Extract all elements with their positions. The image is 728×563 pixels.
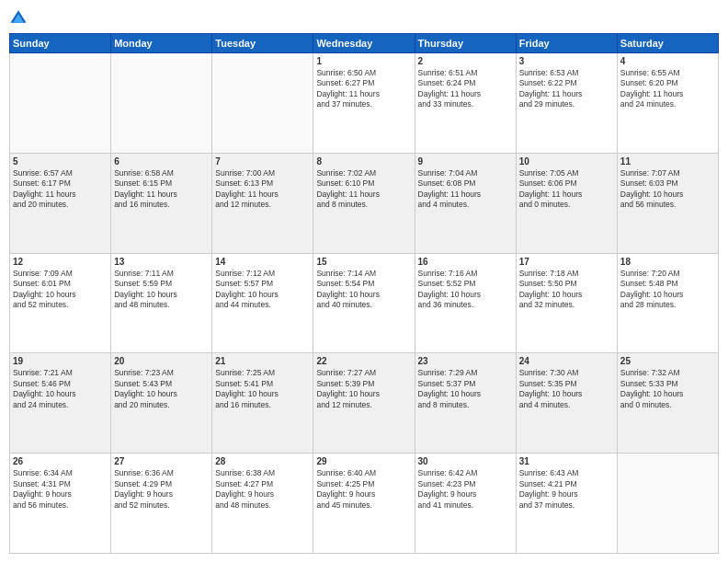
day-number: 17 <box>519 257 614 267</box>
day-cell: 24Sunrise: 7:30 AM Sunset: 5:35 PM Dayli… <box>516 353 617 454</box>
day-cell <box>111 53 212 154</box>
day-cell: 29Sunrise: 6:40 AM Sunset: 4:25 PM Dayli… <box>313 454 415 554</box>
day-cell: 17Sunrise: 7:18 AM Sunset: 5:50 PM Dayli… <box>516 253 617 353</box>
day-number: 4 <box>620 56 715 66</box>
day-cell: 22Sunrise: 7:27 AM Sunset: 5:39 PM Dayli… <box>313 353 415 454</box>
day-cell: 4Sunrise: 6:55 AM Sunset: 6:20 PM Daylig… <box>617 53 718 154</box>
day-cell: 7Sunrise: 7:00 AM Sunset: 6:13 PM Daylig… <box>212 153 313 253</box>
day-info: Sunrise: 6:57 AM Sunset: 6:17 PM Dayligh… <box>13 168 108 211</box>
day-cell: 8Sunrise: 7:02 AM Sunset: 6:10 PM Daylig… <box>313 153 415 253</box>
day-cell: 27Sunrise: 6:36 AM Sunset: 4:29 PM Dayli… <box>111 454 212 554</box>
day-cell: 19Sunrise: 7:21 AM Sunset: 5:46 PM Dayli… <box>10 353 111 454</box>
day-cell: 6Sunrise: 6:58 AM Sunset: 6:15 PM Daylig… <box>111 153 212 253</box>
day-info: Sunrise: 7:18 AM Sunset: 5:50 PM Dayligh… <box>519 269 614 311</box>
day-info: Sunrise: 6:42 AM Sunset: 4:23 PM Dayligh… <box>418 468 513 511</box>
day-cell: 18Sunrise: 7:20 AM Sunset: 5:48 PM Dayli… <box>617 253 718 353</box>
week-row-4: 19Sunrise: 7:21 AM Sunset: 5:46 PM Dayli… <box>10 353 719 454</box>
day-cell: 25Sunrise: 7:32 AM Sunset: 5:33 PM Dayli… <box>617 353 718 454</box>
day-cell: 12Sunrise: 7:09 AM Sunset: 6:01 PM Dayli… <box>10 253 111 353</box>
header <box>9 9 719 28</box>
calendar-table: SundayMondayTuesdayWednesdayThursdayFrid… <box>9 33 719 554</box>
day-header-tuesday: Tuesday <box>212 34 313 53</box>
day-number: 22 <box>316 356 411 366</box>
day-info: Sunrise: 7:32 AM Sunset: 5:33 PM Dayligh… <box>620 368 715 410</box>
day-cell: 20Sunrise: 7:23 AM Sunset: 5:43 PM Dayli… <box>111 353 212 454</box>
day-header-saturday: Saturday <box>617 34 718 53</box>
day-number: 25 <box>620 356 715 366</box>
day-number: 27 <box>114 456 209 466</box>
day-cell: 23Sunrise: 7:29 AM Sunset: 5:37 PM Dayli… <box>415 353 516 454</box>
day-cell: 26Sunrise: 6:34 AM Sunset: 4:31 PM Dayli… <box>10 454 111 554</box>
day-info: Sunrise: 7:12 AM Sunset: 5:57 PM Dayligh… <box>215 269 310 311</box>
day-cell: 15Sunrise: 7:14 AM Sunset: 5:54 PM Dayli… <box>313 253 415 353</box>
day-info: Sunrise: 7:16 AM Sunset: 5:52 PM Dayligh… <box>418 269 513 311</box>
day-cell: 31Sunrise: 6:43 AM Sunset: 4:21 PM Dayli… <box>516 454 617 554</box>
day-number: 28 <box>215 456 310 466</box>
day-info: Sunrise: 6:53 AM Sunset: 6:22 PM Dayligh… <box>519 68 614 110</box>
day-cell <box>617 454 718 554</box>
week-row-1: 1Sunrise: 6:50 AM Sunset: 6:27 PM Daylig… <box>10 53 719 154</box>
day-number: 10 <box>519 156 614 167</box>
day-header-sunday: Sunday <box>10 34 111 53</box>
day-number: 14 <box>215 257 310 267</box>
day-number: 5 <box>13 156 108 167</box>
week-row-2: 5Sunrise: 6:57 AM Sunset: 6:17 PM Daylig… <box>10 153 719 253</box>
day-number: 24 <box>519 356 614 366</box>
day-number: 23 <box>418 356 513 366</box>
day-cell: 5Sunrise: 6:57 AM Sunset: 6:17 PM Daylig… <box>10 153 111 253</box>
day-info: Sunrise: 7:09 AM Sunset: 6:01 PM Dayligh… <box>13 269 108 311</box>
day-number: 3 <box>519 56 614 66</box>
day-cell: 28Sunrise: 6:38 AM Sunset: 4:27 PM Dayli… <box>212 454 313 554</box>
day-number: 13 <box>114 257 209 267</box>
day-header-monday: Monday <box>111 34 212 53</box>
day-info: Sunrise: 6:43 AM Sunset: 4:21 PM Dayligh… <box>519 468 614 511</box>
day-info: Sunrise: 6:51 AM Sunset: 6:24 PM Dayligh… <box>418 68 513 110</box>
day-info: Sunrise: 7:11 AM Sunset: 5:59 PM Dayligh… <box>114 269 209 311</box>
day-number: 26 <box>13 456 108 466</box>
day-cell: 1Sunrise: 6:50 AM Sunset: 6:27 PM Daylig… <box>313 53 415 154</box>
week-row-5: 26Sunrise: 6:34 AM Sunset: 4:31 PM Dayli… <box>10 454 719 554</box>
day-number: 18 <box>620 257 715 267</box>
day-info: Sunrise: 7:05 AM Sunset: 6:06 PM Dayligh… <box>519 168 614 211</box>
day-info: Sunrise: 7:02 AM Sunset: 6:10 PM Dayligh… <box>316 168 411 211</box>
day-info: Sunrise: 7:00 AM Sunset: 6:13 PM Dayligh… <box>215 168 310 211</box>
day-cell: 14Sunrise: 7:12 AM Sunset: 5:57 PM Dayli… <box>212 253 313 353</box>
day-info: Sunrise: 7:07 AM Sunset: 6:03 PM Dayligh… <box>620 168 715 211</box>
day-info: Sunrise: 6:40 AM Sunset: 4:25 PM Dayligh… <box>316 468 411 511</box>
calendar-page: SundayMondayTuesdayWednesdayThursdayFrid… <box>0 0 728 563</box>
day-cell: 30Sunrise: 6:42 AM Sunset: 4:23 PM Dayli… <box>415 454 516 554</box>
day-number: 29 <box>316 456 411 466</box>
day-cell: 3Sunrise: 6:53 AM Sunset: 6:22 PM Daylig… <box>516 53 617 154</box>
day-info: Sunrise: 7:29 AM Sunset: 5:37 PM Dayligh… <box>418 368 513 410</box>
day-info: Sunrise: 6:34 AM Sunset: 4:31 PM Dayligh… <box>13 468 108 511</box>
day-info: Sunrise: 7:21 AM Sunset: 5:46 PM Dayligh… <box>13 368 108 410</box>
day-info: Sunrise: 6:55 AM Sunset: 6:20 PM Dayligh… <box>620 68 715 110</box>
day-info: Sunrise: 6:38 AM Sunset: 4:27 PM Dayligh… <box>215 468 310 511</box>
day-cell: 21Sunrise: 7:25 AM Sunset: 5:41 PM Dayli… <box>212 353 313 454</box>
day-cell: 13Sunrise: 7:11 AM Sunset: 5:59 PM Dayli… <box>111 253 212 353</box>
day-info: Sunrise: 6:58 AM Sunset: 6:15 PM Dayligh… <box>114 168 209 211</box>
day-number: 21 <box>215 356 310 366</box>
day-number: 31 <box>519 456 614 466</box>
logo-icon <box>9 9 28 28</box>
day-cell <box>10 53 111 154</box>
day-cell: 2Sunrise: 6:51 AM Sunset: 6:24 PM Daylig… <box>415 53 516 154</box>
day-cell: 10Sunrise: 7:05 AM Sunset: 6:06 PM Dayli… <box>516 153 617 253</box>
day-number: 7 <box>215 156 310 167</box>
day-info: Sunrise: 7:27 AM Sunset: 5:39 PM Dayligh… <box>316 368 411 410</box>
day-info: Sunrise: 7:30 AM Sunset: 5:35 PM Dayligh… <box>519 368 614 410</box>
day-cell: 11Sunrise: 7:07 AM Sunset: 6:03 PM Dayli… <box>617 153 718 253</box>
day-cell: 9Sunrise: 7:04 AM Sunset: 6:08 PM Daylig… <box>415 153 516 253</box>
day-number: 1 <box>316 56 411 66</box>
day-number: 2 <box>418 56 513 66</box>
day-info: Sunrise: 7:25 AM Sunset: 5:41 PM Dayligh… <box>215 368 310 410</box>
day-number: 15 <box>316 257 411 267</box>
day-info: Sunrise: 6:50 AM Sunset: 6:27 PM Dayligh… <box>316 68 411 110</box>
day-header-wednesday: Wednesday <box>313 34 415 53</box>
week-row-3: 12Sunrise: 7:09 AM Sunset: 6:01 PM Dayli… <box>10 253 719 353</box>
day-cell <box>212 53 313 154</box>
day-info: Sunrise: 6:36 AM Sunset: 4:29 PM Dayligh… <box>114 468 209 511</box>
day-header-thursday: Thursday <box>415 34 516 53</box>
day-number: 8 <box>316 156 411 167</box>
day-number: 20 <box>114 356 209 366</box>
